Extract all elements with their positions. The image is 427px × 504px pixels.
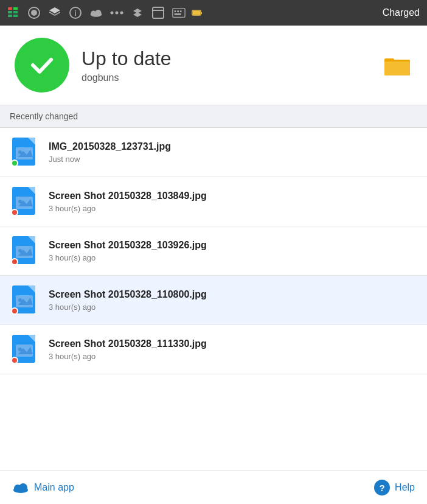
file-name: Screen Shot 20150328_111330.jpg bbox=[49, 338, 417, 351]
svg-rect-25 bbox=[180, 10, 182, 12]
svg-rect-5 bbox=[13, 15, 18, 17]
changed-dot bbox=[11, 209, 18, 216]
svg-rect-28 bbox=[201, 12, 202, 14]
svg-rect-26 bbox=[175, 13, 181, 15]
svg-rect-23 bbox=[175, 10, 176, 12]
charged-label: Charged bbox=[383, 7, 420, 18]
file-info: Screen Shot 20150328_103849.jpg3 hour(s)… bbox=[49, 190, 417, 213]
svg-rect-32 bbox=[384, 61, 410, 75]
status-check-circle bbox=[15, 38, 69, 93]
file-item[interactable]: Screen Shot 20150328_111330.jpg3 hour(s)… bbox=[0, 325, 427, 374]
file-info: Screen Shot 20150328_110800.jpg3 hour(s)… bbox=[49, 289, 417, 312]
file-item[interactable]: Screen Shot 20150328_110800.jpg3 hour(s)… bbox=[0, 276, 427, 325]
file-time: 3 hour(s) ago bbox=[49, 352, 417, 361]
file-item[interactable]: Screen Shot 20150328_103849.jpg3 hour(s)… bbox=[0, 177, 427, 226]
svg-marker-19 bbox=[133, 12, 142, 17]
file-info: IMG_20150328_123731.jpgJust now bbox=[49, 141, 417, 164]
file-icon-wrap bbox=[10, 136, 40, 168]
file-time: 3 hour(s) ago bbox=[49, 253, 417, 262]
file-item[interactable]: IMG_20150328_123731.jpgJust now bbox=[0, 128, 427, 177]
main-app-label: Main app bbox=[34, 482, 74, 493]
file-list-container: IMG_20150328_123731.jpgJust now Screen S… bbox=[0, 128, 427, 411]
svg-rect-21 bbox=[153, 10, 164, 11]
circle-icon[interactable] bbox=[26, 4, 43, 21]
status-title: Up to date bbox=[82, 47, 370, 70]
status-text-group: Up to date dogbuns bbox=[82, 47, 370, 83]
file-name: Screen Shot 20150328_103849.jpg bbox=[49, 190, 417, 203]
svg-point-44 bbox=[18, 200, 22, 203]
synced-dot bbox=[11, 159, 18, 167]
svg-rect-24 bbox=[177, 10, 179, 12]
file-icon-wrap bbox=[10, 186, 40, 217]
file-name: Screen Shot 20150328_110800.jpg bbox=[49, 289, 417, 301]
svg-rect-22 bbox=[173, 9, 185, 18]
file-list: IMG_20150328_123731.jpgJust now Screen S… bbox=[0, 128, 427, 374]
menu-bar: i bbox=[0, 0, 427, 26]
svg-point-7 bbox=[31, 10, 37, 16]
more-icon[interactable] bbox=[108, 4, 125, 21]
main-app-button[interactable]: Main app bbox=[12, 481, 74, 494]
section-label: Recently changed bbox=[0, 105, 427, 128]
cloud-menu-icon[interactable] bbox=[88, 4, 105, 21]
svg-rect-2 bbox=[8, 11, 12, 13]
grid-icon[interactable] bbox=[5, 4, 22, 21]
file-time: 3 hour(s) ago bbox=[49, 303, 417, 312]
layers-icon[interactable] bbox=[46, 4, 63, 21]
info-icon[interactable]: i bbox=[67, 4, 84, 21]
status-section: Up to date dogbuns bbox=[0, 26, 427, 105]
svg-text:i: i bbox=[74, 9, 76, 18]
svg-point-17 bbox=[120, 12, 123, 15]
file-time: 3 hour(s) ago bbox=[49, 204, 417, 213]
svg-rect-1 bbox=[13, 7, 18, 10]
file-name: Screen Shot 20150328_103926.jpg bbox=[49, 239, 417, 252]
file-info: Screen Shot 20150328_111330.jpg3 hour(s)… bbox=[49, 338, 417, 361]
svg-point-62 bbox=[18, 348, 22, 351]
window-icon[interactable] bbox=[150, 4, 167, 21]
help-button[interactable]: ? Help bbox=[374, 480, 415, 495]
help-icon: ? bbox=[374, 480, 390, 495]
keyboard-icon[interactable] bbox=[170, 4, 187, 21]
footer: Main app ? Help bbox=[0, 471, 427, 504]
file-name: IMG_20150328_123731.jpg bbox=[49, 141, 417, 153]
svg-rect-0 bbox=[8, 7, 12, 10]
svg-rect-20 bbox=[153, 7, 164, 18]
changed-dot bbox=[11, 258, 18, 265]
battery-icon[interactable] bbox=[191, 7, 203, 19]
svg-point-15 bbox=[111, 12, 114, 15]
svg-rect-29 bbox=[193, 11, 200, 15]
dropbox-icon[interactable] bbox=[129, 4, 146, 21]
svg-rect-3 bbox=[13, 11, 18, 13]
svg-rect-4 bbox=[8, 15, 12, 17]
changed-dot bbox=[11, 357, 18, 364]
status-username: dogbuns bbox=[82, 72, 370, 83]
svg-point-38 bbox=[18, 150, 22, 154]
svg-point-14 bbox=[95, 10, 101, 16]
svg-point-16 bbox=[116, 12, 119, 15]
svg-point-65 bbox=[19, 483, 27, 492]
file-info: Screen Shot 20150328_103926.jpg3 hour(s)… bbox=[49, 239, 417, 262]
open-folder-button[interactable] bbox=[382, 50, 412, 80]
help-label: Help bbox=[395, 482, 415, 493]
changed-dot bbox=[11, 307, 18, 315]
file-item[interactable]: Screen Shot 20150328_103926.jpg3 hour(s)… bbox=[0, 226, 427, 276]
svg-point-50 bbox=[18, 249, 22, 253]
svg-point-56 bbox=[18, 298, 22, 302]
file-icon-wrap bbox=[10, 284, 40, 316]
file-icon-wrap bbox=[10, 334, 40, 365]
file-time: Just now bbox=[49, 155, 417, 164]
file-icon-wrap bbox=[10, 235, 40, 267]
